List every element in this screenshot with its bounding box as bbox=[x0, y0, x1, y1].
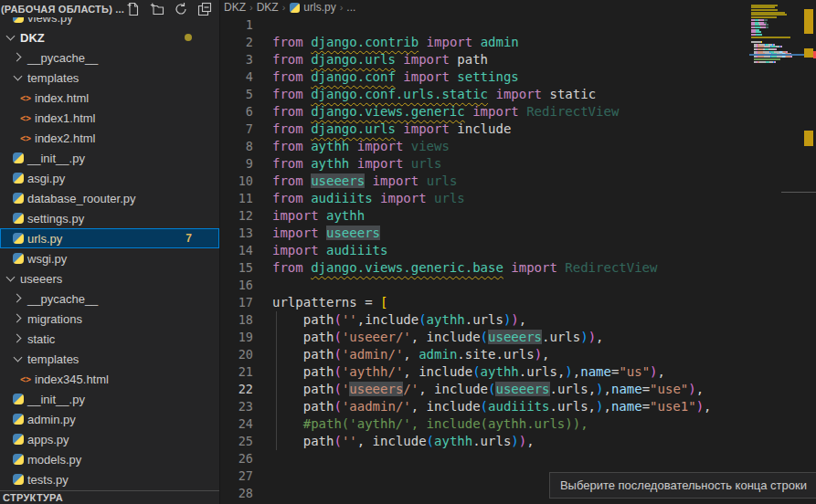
code-line[interactable]: 16 bbox=[220, 277, 752, 294]
tree-item-templates[interactable]: templates bbox=[0, 68, 219, 88]
tree-item-settings-py[interactable]: settings.py bbox=[0, 208, 219, 228]
tree-item-wsgi-py[interactable]: wsgi.py bbox=[0, 248, 219, 268]
tree-item-models-py[interactable]: models.py bbox=[0, 449, 219, 469]
eol-tooltip: Выберите последовательность конца строки bbox=[549, 472, 816, 499]
token: , include bbox=[403, 364, 472, 379]
minimap-warning-bar bbox=[751, 12, 785, 14]
chevron-down-icon[interactable] bbox=[4, 271, 18, 286]
explorer-section-header[interactable]: (РАБОЧАЯ ОБЛАСТЬ) ... bbox=[0, 0, 219, 17]
code-line[interactable]: 12import aythh bbox=[220, 207, 752, 225]
chevron-down-icon[interactable] bbox=[11, 352, 26, 366]
token: aythh bbox=[434, 434, 472, 448]
code-line[interactable]: 10from useeers import urls bbox=[220, 173, 752, 190]
token: ( bbox=[334, 434, 341, 448]
code-line[interactable]: 26 bbox=[220, 450, 752, 467]
tree-item-asgi-py[interactable]: asgi.py bbox=[0, 168, 219, 188]
breadcrumb-item-urls-py[interactable]: urls.py bbox=[303, 1, 335, 14]
tree-item-label: index.html bbox=[35, 91, 89, 105]
minimap[interactable] bbox=[751, 2, 802, 70]
token: useeers bbox=[488, 330, 542, 344]
code-line[interactable]: 5from django.conf.urls.static import sta… bbox=[220, 86, 752, 103]
breadcrumb-item--[interactable]: ... bbox=[346, 1, 355, 14]
code-line[interactable]: 19 path('useeer/', include(useeers.urls)… bbox=[220, 329, 752, 346]
code-line[interactable]: 17urlpatterns = [ bbox=[220, 294, 752, 311]
code-line[interactable]: 8from aythh import views bbox=[220, 138, 752, 155]
tree-item-index-html[interactable]: <>index.html bbox=[0, 88, 219, 108]
breadcrumb-item-dkz[interactable]: DKZ bbox=[224, 1, 246, 14]
chevron-right-icon[interactable] bbox=[11, 311, 26, 326]
code-line[interactable]: 11from audiiits import urls bbox=[220, 190, 752, 207]
code-line[interactable]: 6from django.views.generic import Redire… bbox=[220, 103, 752, 121]
tree-item--init-py[interactable]: __init__.py bbox=[0, 389, 219, 409]
code-line[interactable]: 13import useeers bbox=[220, 225, 752, 242]
code-line[interactable]: 21 path('aythh/', include(aythh.urls,),n… bbox=[220, 363, 752, 381]
code-area[interactable]: 12from django.contrib import admin3from … bbox=[220, 15, 752, 504]
tree-item-label: DKZ bbox=[20, 31, 45, 45]
line-number: 27 bbox=[220, 467, 253, 485]
token: , bbox=[596, 330, 603, 344]
token: ( bbox=[481, 399, 488, 414]
token: urls bbox=[411, 156, 442, 171]
code-line[interactable]: 4from django.conf import settings bbox=[220, 68, 752, 86]
token: audiiits bbox=[311, 191, 372, 205]
new-folder-button[interactable] bbox=[150, 2, 164, 16]
tree-item-migrations[interactable]: migrations bbox=[0, 309, 219, 329]
tree-item-index2-html[interactable]: <>index2.html bbox=[0, 128, 219, 148]
code-line[interactable]: 14import audiiits bbox=[220, 242, 752, 259]
minimap-warning-bar bbox=[751, 6, 775, 8]
code-line[interactable]: 25 path('', include(aythh.urls)), bbox=[220, 433, 752, 450]
code-line[interactable]: 15from django.views.generic.base import … bbox=[220, 259, 752, 277]
chevron-down-icon[interactable] bbox=[4, 30, 18, 45]
refresh-button[interactable] bbox=[174, 2, 188, 16]
chevron-right-icon[interactable] bbox=[11, 331, 26, 346]
token: ( bbox=[334, 399, 341, 414]
tree-item-static[interactable]: static bbox=[0, 329, 219, 349]
token: ( bbox=[334, 382, 341, 396]
tree-item-templates[interactable]: templates bbox=[0, 349, 219, 369]
chevron-right-icon[interactable] bbox=[11, 50, 26, 65]
tree-item-index345-html[interactable]: <>index345.html bbox=[0, 369, 219, 389]
breadcrumb-item-dkz[interactable]: DKZ bbox=[257, 1, 279, 14]
code-line[interactable]: 9from aythh import urls bbox=[220, 155, 752, 173]
minimap-token bbox=[759, 61, 766, 63]
code-line[interactable]: 18 path('',include(aythh.urls)), bbox=[220, 311, 752, 329]
chevron-right-icon[interactable] bbox=[11, 291, 26, 306]
outline-section-header[interactable]: СТРУКТУРА bbox=[0, 490, 219, 504]
minimap-token bbox=[764, 19, 768, 21]
token: ) bbox=[511, 312, 518, 327]
vscode-window: (РАБОЧАЯ ОБЛАСТЬ) ... views.pyDKZ__pycac… bbox=[0, 0, 816, 504]
new-file-button[interactable] bbox=[126, 2, 141, 16]
tree-item-admin-py[interactable]: admin.py bbox=[0, 409, 219, 429]
code-line[interactable]: 20 path('admin/', admin.site.urls), bbox=[220, 346, 752, 363]
tree-item--pycache-[interactable]: __pycache__ bbox=[0, 289, 219, 309]
token: import bbox=[403, 52, 457, 67]
code-line[interactable]: 24 #path('aythh/', include(aythh.urls)), bbox=[220, 415, 752, 433]
tree-item-tests-py[interactable]: tests.py bbox=[0, 469, 219, 489]
python-icon bbox=[11, 251, 26, 266]
line-number: 24 bbox=[220, 415, 253, 433]
code-line[interactable]: 2from django.contrib import admin bbox=[220, 34, 752, 51]
tree-item-index1-html[interactable]: <>index1.html bbox=[0, 108, 219, 128]
tree-item-label: apps.py bbox=[27, 433, 69, 446]
line-content: path('', include(aythh.urls)), bbox=[272, 433, 535, 450]
tree-item-apps-py[interactable]: apps.py bbox=[0, 429, 219, 449]
token: 'aythh/' bbox=[342, 364, 403, 379]
chevron-down-icon[interactable] bbox=[11, 70, 26, 85]
collapse-all-button[interactable] bbox=[197, 2, 212, 16]
line-number: 4 bbox=[220, 68, 253, 86]
token: django.conf bbox=[311, 69, 396, 84]
tree-item--pycache-[interactable]: __pycache__ bbox=[0, 47, 219, 68]
code-line[interactable]: 1 bbox=[220, 16, 752, 34]
tree-item-useeers[interactable]: useeers bbox=[0, 268, 219, 289]
token: path bbox=[272, 364, 334, 379]
tree-item--init-py[interactable]: __init__.py bbox=[0, 148, 219, 168]
line-number: 17 bbox=[220, 294, 253, 311]
code-line[interactable]: 7from django.urls import include bbox=[220, 121, 752, 138]
token: ) bbox=[519, 434, 526, 448]
code-line[interactable]: 23 path('aadmin/', include(audiiits.urls… bbox=[220, 398, 752, 415]
code-line[interactable]: 22 path('useeers/', include(useeers.urls… bbox=[220, 381, 752, 398]
code-line[interactable]: 3from django.urls import path bbox=[220, 51, 752, 68]
tree-item-database-roouter-py[interactable]: database_roouter.py bbox=[0, 188, 219, 208]
tree-item-urls-py[interactable]: urls.py7 bbox=[0, 228, 219, 248]
tree-item-dkz[interactable]: DKZ bbox=[0, 27, 219, 47]
